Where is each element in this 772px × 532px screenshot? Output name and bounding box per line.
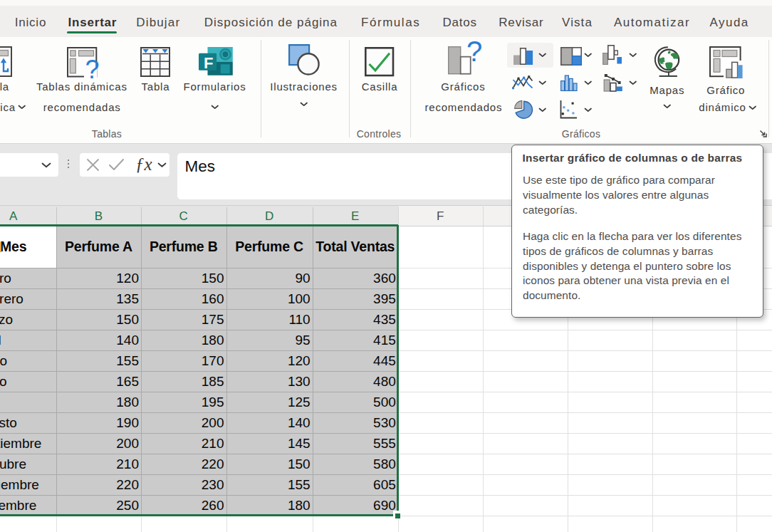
svg-text:F: F bbox=[204, 54, 213, 72]
svg-text:?: ? bbox=[466, 36, 482, 67]
svg-text:?: ? bbox=[85, 55, 100, 84]
